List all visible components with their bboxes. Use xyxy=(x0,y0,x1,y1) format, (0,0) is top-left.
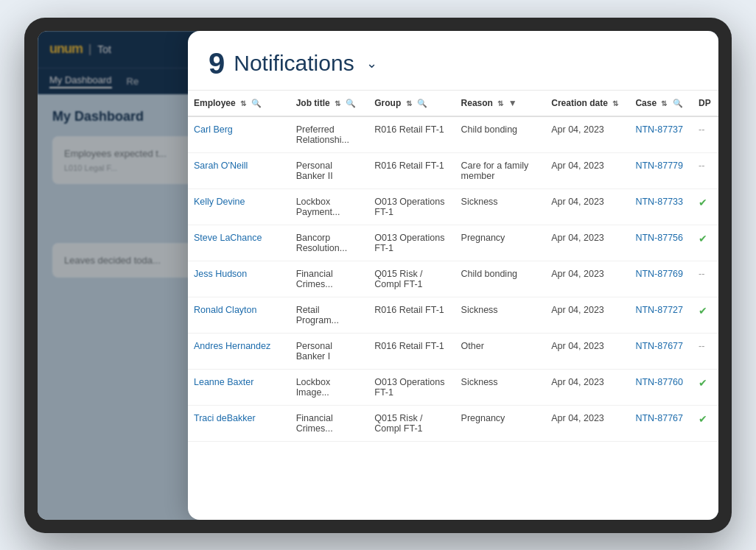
group-search-icon[interactable]: 🔍 xyxy=(417,99,427,107)
table-header-row: Employee ⇅ 🔍 Job title ⇅ 🔍 xyxy=(188,91,718,116)
check-icon: ✔ xyxy=(699,233,707,244)
cell-dp: -- xyxy=(693,333,718,369)
th-jobtitle: Job title ⇅ 🔍 xyxy=(290,91,369,116)
cell-case: NTN-87737 xyxy=(629,116,693,153)
employee-link[interactable]: Ronald Clayton xyxy=(194,305,256,315)
cell-employee: Carl Berg xyxy=(188,116,290,153)
cell-dp: ✔ xyxy=(693,369,718,405)
cell-reason: Sickness xyxy=(455,369,546,405)
employee-link[interactable]: Carl Berg xyxy=(194,124,233,135)
cell-reason: Sickness xyxy=(455,297,546,333)
cell-date: Apr 04, 2023 xyxy=(545,116,629,153)
case-link[interactable]: NTN-87727 xyxy=(635,305,683,315)
case-link[interactable]: NTN-87677 xyxy=(635,341,683,351)
jobtitle-search-icon[interactable]: 🔍 xyxy=(346,99,356,107)
cell-date: Apr 04, 2023 xyxy=(545,152,629,188)
cell-employee: Traci deBakker xyxy=(188,405,290,441)
reason-sort-icon[interactable]: ⇅ xyxy=(497,99,503,107)
notifications-table: Employee ⇅ 🔍 Job title ⇅ 🔍 xyxy=(188,91,718,442)
case-link[interactable]: NTN-87737 xyxy=(635,124,683,135)
cell-case: NTN-87756 xyxy=(629,225,693,261)
table-row: Jess Hudson Financial Crimes... Q015 Ris… xyxy=(188,261,718,297)
cell-date: Apr 04, 2023 xyxy=(545,405,629,441)
th-employee: Employee ⇅ 🔍 xyxy=(188,91,290,116)
cell-case: NTN-87769 xyxy=(629,261,693,297)
modal-header: 9 Notifications ⌄ xyxy=(188,31,718,91)
tablet-screen: unum | Tot My Dashboard Re My Dashboard … xyxy=(38,31,718,520)
cell-employee: Kelly Devine xyxy=(188,188,290,225)
cell-case: NTN-87733 xyxy=(629,188,693,225)
cell-reason: Care for a family member xyxy=(455,152,546,188)
case-sort-icon[interactable]: ⇅ xyxy=(661,99,667,107)
date-sort-icon[interactable]: ⇅ xyxy=(612,99,618,107)
cell-employee: Steve LaChance xyxy=(188,225,290,261)
employee-link[interactable]: Jess Hudson xyxy=(194,269,247,279)
employee-link[interactable]: Kelly Devine xyxy=(194,197,245,207)
cell-case: NTN-87727 xyxy=(629,297,693,333)
cell-jobtitle: Financial Crimes... xyxy=(290,405,369,441)
cell-employee: Andres Hernandez xyxy=(188,333,290,369)
modal-title-row: 9 Notifications ⌄ xyxy=(209,49,698,78)
cell-group: O013 Operations FT-1 xyxy=(368,369,455,405)
cell-employee: Sarah O'Neill xyxy=(188,152,290,188)
table-row: Traci deBakker Financial Crimes... Q015 … xyxy=(188,405,718,441)
cell-jobtitle: Personal Banker I xyxy=(290,333,369,369)
cell-jobtitle: Lockbox Payment... xyxy=(290,188,369,225)
cell-case: NTN-87779 xyxy=(629,152,693,188)
employee-search-icon[interactable]: 🔍 xyxy=(251,99,262,107)
chevron-down-icon[interactable]: ⌄ xyxy=(366,55,377,71)
th-case: Case ⇅ 🔍 xyxy=(629,91,693,116)
case-link[interactable]: NTN-87779 xyxy=(635,161,683,171)
case-link[interactable]: NTN-87760 xyxy=(635,377,683,387)
group-sort-icon[interactable]: ⇅ xyxy=(406,99,412,107)
employee-link[interactable]: Andres Hernandez xyxy=(194,341,270,351)
modal-title: Notifications xyxy=(234,51,354,76)
table-row: Carl Berg Preferred Relationshi... R016 … xyxy=(188,116,718,153)
cell-dp: -- xyxy=(693,116,718,153)
case-link[interactable]: NTN-87756 xyxy=(635,233,683,243)
tablet-frame: unum | Tot My Dashboard Re My Dashboard … xyxy=(24,18,732,533)
cell-jobtitle: Preferred Relationshi... xyxy=(290,116,369,153)
cell-case: NTN-87760 xyxy=(629,369,693,405)
cell-group: Q015 Risk / Compl FT-1 xyxy=(368,261,455,297)
notification-count: 9 xyxy=(209,49,225,78)
check-icon: ✔ xyxy=(699,377,707,389)
case-link[interactable]: NTN-87733 xyxy=(635,197,683,207)
check-icon: ✔ xyxy=(699,305,707,317)
cell-employee: Jess Hudson xyxy=(188,261,290,297)
case-link[interactable]: NTN-87767 xyxy=(635,413,683,423)
case-link[interactable]: NTN-87769 xyxy=(635,269,683,279)
cell-group: R016 Retail FT-1 xyxy=(368,152,455,188)
table-row: Andres Hernandez Personal Banker I R016 … xyxy=(188,333,718,369)
cell-jobtitle: Bancorp Resolution... xyxy=(290,225,369,261)
cell-reason: Sickness xyxy=(455,188,546,225)
cell-reason: Pregnancy xyxy=(455,405,546,441)
cell-jobtitle: Financial Crimes... xyxy=(290,261,369,297)
cell-reason: Child bonding xyxy=(455,116,546,153)
employee-link[interactable]: Traci deBakker xyxy=(194,413,256,423)
table-row: Kelly Devine Lockbox Payment... O013 Ope… xyxy=(188,188,718,225)
employee-link[interactable]: Steve LaChance xyxy=(194,233,262,243)
dash-indicator: -- xyxy=(699,124,704,135)
th-reason: Reason ⇅ ▼ xyxy=(455,91,546,116)
cell-date: Apr 04, 2023 xyxy=(545,261,629,297)
cell-jobtitle: Personal Banker II xyxy=(290,152,369,188)
employee-sort-icon[interactable]: ⇅ xyxy=(240,99,246,107)
cell-group: R016 Retail FT-1 xyxy=(368,333,455,369)
cell-date: Apr 04, 2023 xyxy=(545,297,629,333)
employee-link[interactable]: Leanne Baxter xyxy=(194,377,253,387)
table-row: Ronald Clayton Retail Program... R016 Re… xyxy=(188,297,718,333)
reason-filter-icon[interactable]: ▼ xyxy=(508,98,517,108)
cell-date: Apr 04, 2023 xyxy=(545,188,629,225)
cell-employee: Ronald Clayton xyxy=(188,297,290,333)
jobtitle-sort-icon[interactable]: ⇅ xyxy=(335,99,340,107)
cell-dp: -- xyxy=(693,261,718,297)
cell-group: O013 Operations FT-1 xyxy=(368,225,455,261)
notifications-table-container: Employee ⇅ 🔍 Job title ⇅ 🔍 xyxy=(188,91,718,520)
employee-link[interactable]: Sarah O'Neill xyxy=(194,161,248,171)
modal-overlay: 9 Notifications ⌄ Employee ⇅ 🔍 xyxy=(38,31,718,520)
cell-date: Apr 04, 2023 xyxy=(545,333,629,369)
cell-dp: -- xyxy=(693,152,718,188)
case-search-icon[interactable]: 🔍 xyxy=(673,99,683,107)
cell-dp: ✔ xyxy=(693,225,718,261)
